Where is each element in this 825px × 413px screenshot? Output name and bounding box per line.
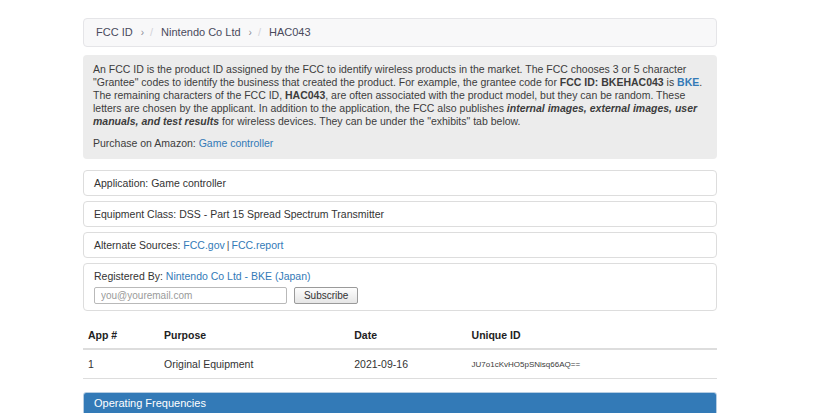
equipment-class-value: DSS - Part 15 Spread Spectrum Transmitte…: [179, 208, 384, 220]
subscribe-button[interactable]: Subscribe: [294, 287, 358, 304]
purchase-label: Purchase on Amazon:: [93, 137, 199, 149]
alternate-sources-box: Alternate Sources: FCC.gov|FCC.report: [83, 232, 717, 258]
breadcrumb-chevron: ›: [249, 27, 252, 38]
breadcrumb-chevron: ›: [141, 27, 144, 38]
fcc-id-description-text: An FCC ID is the product ID assigned by …: [93, 63, 707, 128]
column-header-purpose: Purpose: [159, 325, 349, 349]
equipment-class-label: Equipment Class:: [94, 208, 179, 220]
fcc-report-link[interactable]: FCC.report: [231, 239, 283, 251]
purpose-cell: Original Equipment: [159, 349, 349, 379]
breadcrumb-item-grantee[interactable]: Nintendo Co Ltd: [161, 26, 241, 38]
unique-id-cell: JU7o1cKvHO5pSNisq66AQ==: [467, 349, 717, 379]
breadcrumb-slash: /: [258, 26, 261, 38]
app-number-cell: 1: [83, 349, 159, 379]
grantee-link[interactable]: Nintendo Co Ltd - BKE: [166, 270, 272, 282]
purchase-line: Purchase on Amazon: Game controller: [93, 137, 707, 150]
date-cell: 2021-09-16: [349, 349, 466, 379]
column-header-unique-id: Unique ID: [467, 325, 717, 349]
registered-by-box: Registered By: Nintendo Co Ltd - BKE (Ja…: [83, 263, 717, 311]
sources-divider: |: [227, 239, 230, 251]
breadcrumb-item-fcc-id[interactable]: FCC ID: [96, 26, 133, 38]
amazon-product-link[interactable]: Game controller: [199, 137, 274, 149]
operating-frequencies-panel: Operating Frequencies Frequency Range Po…: [83, 392, 717, 413]
application-label: Application:: [94, 177, 151, 189]
application-box: Application: Game controller: [83, 170, 717, 196]
registered-by-label: Registered By:: [94, 270, 166, 282]
table-row: 1 Original Equipment 2021-09-16 JU7o1cKv…: [83, 349, 717, 379]
equipment-class-box: Equipment Class: DSS - Part 15 Spread Sp…: [83, 201, 717, 227]
fcc-id-description-well: An FCC ID is the product ID assigned by …: [83, 55, 717, 159]
breadcrumb-item-product[interactable]: HAC043: [269, 26, 311, 38]
registered-by-line: Registered By: Nintendo Co Ltd - BKE (Ja…: [94, 270, 706, 282]
breadcrumb: FCC ID›/Nintendo Co Ltd›/HAC043: [83, 18, 717, 47]
application-value: Game controller: [151, 177, 226, 189]
breadcrumb-slash: /: [150, 26, 153, 38]
email-input[interactable]: [94, 287, 287, 304]
fcc-gov-link[interactable]: FCC.gov: [183, 239, 224, 251]
operating-frequencies-title: Operating Frequencies: [84, 393, 716, 413]
subscribe-form: Subscribe: [94, 287, 706, 304]
column-header-date: Date: [349, 325, 466, 349]
alternate-sources-label: Alternate Sources:: [94, 239, 183, 251]
column-header-app: App #: [83, 325, 159, 349]
fcc-id-page: FCC ID›/Nintendo Co Ltd›/HAC043 An FCC I…: [83, 18, 717, 413]
applications-table-header-row: App # Purpose Date Unique ID: [83, 325, 717, 349]
applications-table: App # Purpose Date Unique ID 1 Original …: [83, 325, 717, 379]
grantee-country-link[interactable]: (Japan): [272, 270, 311, 282]
